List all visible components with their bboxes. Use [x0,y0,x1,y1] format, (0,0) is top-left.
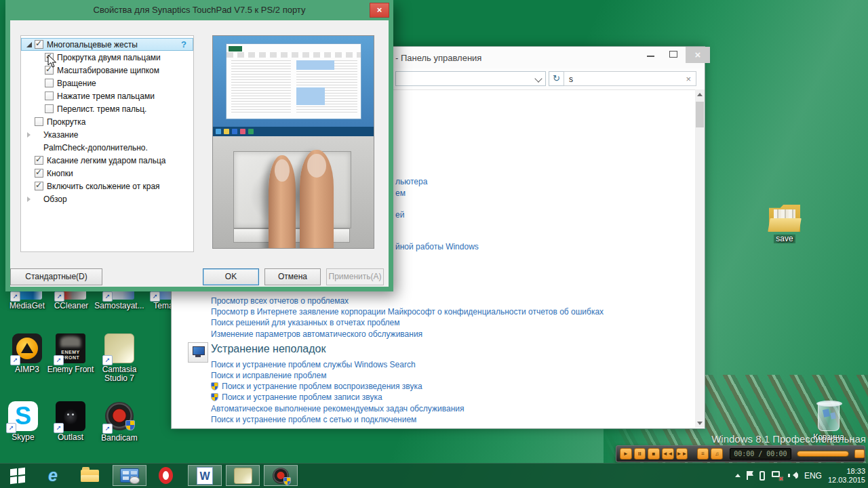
control-panel-icon [120,468,139,483]
uac-shield-icon [211,382,218,390]
expander-closed-icon[interactable] [25,195,33,203]
scrollbar-thumb[interactable] [696,102,704,127]
desktop-icon-save-folder[interactable]: save [759,205,810,244]
link-troubleshoot-audio-recording[interactable]: Поиск и устранение проблем записи звука [211,392,382,402]
expander-closed-icon[interactable] [25,131,33,139]
checkbox[interactable] [45,104,54,113]
stop-button[interactable]: ■ [648,448,660,460]
tree-item-tapping[interactable]: ✓ Касание легким ударом пальца [21,154,193,167]
partial-link[interactable]: ем [395,188,406,198]
playlist-button[interactable]: ≡ [697,448,709,460]
scroll-up-icon[interactable] [695,89,705,100]
tree-item-scrolling[interactable]: Прокрутка [21,115,193,128]
expander-open-icon[interactable] [25,41,33,49]
desktop-icon-camtasia[interactable]: ➚ Camtasia Studio 7 [94,333,145,383]
checkbox[interactable]: ✓ [35,182,43,190]
tree-item-three-finger-flick[interactable]: Перелист. тремя пальц. [21,102,193,115]
checkbox[interactable]: ✓ [35,156,43,165]
help-icon[interactable]: ? [181,39,186,49]
tree-item-multifinger-gestures[interactable]: ✓ Многопальцевые жесты ? [21,38,193,51]
tree-item-overview[interactable]: Обзор [21,192,193,205]
link-fix-problems[interactable]: Поиск и исправление проблем [211,371,326,380]
volume-icon[interactable] [788,471,798,480]
checkbox[interactable] [45,92,54,100]
minimize-button[interactable] [642,47,660,62]
power-icon[interactable] [760,471,765,481]
link-check-solutions[interactable]: Поиск решений для указанных в отчетах пр… [211,318,400,327]
close-button[interactable]: × [686,47,710,63]
action-center-flag-icon[interactable] [747,471,753,480]
tree-item-pointing[interactable]: Указание [21,128,193,141]
language-indicator[interactable]: ENG [804,471,822,481]
refresh-button[interactable]: ↻ [549,71,564,86]
tree-item-three-finger-press[interactable]: Нажатие тремя пальцами [21,89,193,102]
shortcut-arrow-icon: ➚ [102,424,113,434]
finger-icon [300,150,334,248]
partial-link[interactable]: ей [395,210,404,220]
show-hidden-icons-icon[interactable] [735,471,741,477]
taskbar-item-file-explorer[interactable] [76,465,103,486]
opera-icon [159,467,173,484]
next-button[interactable]: ►► [676,448,688,460]
cancel-button[interactable]: Отмена [264,268,321,285]
address-bar[interactable] [395,71,546,86]
link-troubleshoot-search[interactable]: Поиск и устранение проблем службы Window… [211,360,416,369]
checkbox[interactable] [35,117,43,126]
chevron-down-icon[interactable] [534,75,542,82]
link-maintenance-tasks[interactable]: Автоматическое выполнение рекомендуемых … [211,404,464,413]
taskbar-item-control-panel[interactable] [113,465,146,486]
shortcut-arrow-icon: ➚ [54,291,64,302]
taskbar-item-internet-explorer[interactable]: e [39,465,66,486]
tree-item-edge-slide[interactable]: ✓ Включить скольжение от края [21,180,193,192]
gesture-tree: ✓ Многопальцевые жесты ? ✓ Прокрутка дву… [20,35,194,252]
folder-icon [769,205,800,232]
section-title-troubleshooting[interactable]: Устранение неполадок [211,343,326,355]
tray-clock[interactable]: 18:33 12.03.2015 [828,467,865,485]
search-input[interactable]: s × [564,71,696,86]
desktop-icon-ccleaner[interactable]: ➚ CCleaner [45,291,97,310]
taskbar-item-word[interactable]: W [188,465,222,486]
icon-label: Bandicam [94,434,145,443]
start-button[interactable] [3,465,33,486]
desktop: ➚ MediaGet ➚ CCleaner ➚ Samostayat... ➚ … [0,0,868,488]
player-volume-button[interactable] [854,449,865,458]
desktop-icon-samostayat[interactable]: ➚ Samostayat... [94,291,145,310]
tree-item-palmcheck[interactable]: PalmCheck-дополнительно. [21,141,193,154]
clear-search-icon[interactable]: × [686,74,691,84]
checkbox[interactable] [45,79,54,87]
windows-watermark: Windows 8.1 Профессиональная [711,433,866,445]
desktop-icon-bandicam[interactable]: ➚ Bandicam [94,401,145,443]
scroll-down-icon[interactable] [695,418,705,428]
desktop-icon-skype[interactable]: S➚ Skype [0,401,49,442]
pause-button[interactable]: II [634,448,646,460]
taskbar-item-bandicam[interactable] [264,465,298,486]
taskbar-item-camtasia[interactable] [226,465,260,486]
ok-button[interactable]: OK [203,268,259,285]
scrollbar[interactable] [695,89,705,428]
tree-item-rotation[interactable]: Вращение [21,77,193,89]
desktop-icon-outlast[interactable]: ➚ Outlast [45,401,96,442]
apply-button[interactable]: Применить(А) [326,268,384,285]
taskbar-item-opera[interactable] [152,465,179,486]
link-privacy-statement[interactable]: Просмотр в Интернете заявление корпораци… [211,307,604,317]
checkbox[interactable]: ✓ [35,40,43,49]
maximize-button[interactable] [664,47,682,62]
link-troubleshoot-network[interactable]: Поиск и устранение проблем с сетью и под… [211,415,416,424]
partial-link[interactable]: льютера [395,177,427,186]
previous-button[interactable]: ◄◄ [662,448,674,460]
samostayat-icon: ➚ [104,291,134,300]
checkbox[interactable]: ✓ [35,169,43,178]
close-button[interactable]: × [370,3,389,18]
desktop-icon-enemy-front[interactable]: ENEMY FRONT➚ Enemy Front [45,333,96,374]
tree-item-buttons[interactable]: ✓ Кнопки [21,167,193,180]
network-error-icon[interactable]: × [771,471,782,480]
equalizer-button[interactable]: ♫ [711,448,723,460]
link-view-problem-reports[interactable]: Просмотр всех отчетов о проблемах [211,296,349,306]
shortcut-arrow-icon: ➚ [54,355,64,365]
player-progress-bar[interactable] [797,451,849,457]
link-change-maintenance[interactable]: Изменение параметров автоматического обс… [211,329,422,339]
link-troubleshoot-audio-playback[interactable]: Поиск и устранение проблем воспроизведен… [211,382,422,391]
partial-link[interactable]: йной работы Windows [395,242,479,251]
defaults-button[interactable]: Стандартные(D) [10,268,102,285]
play-button[interactable]: ► [620,448,632,460]
